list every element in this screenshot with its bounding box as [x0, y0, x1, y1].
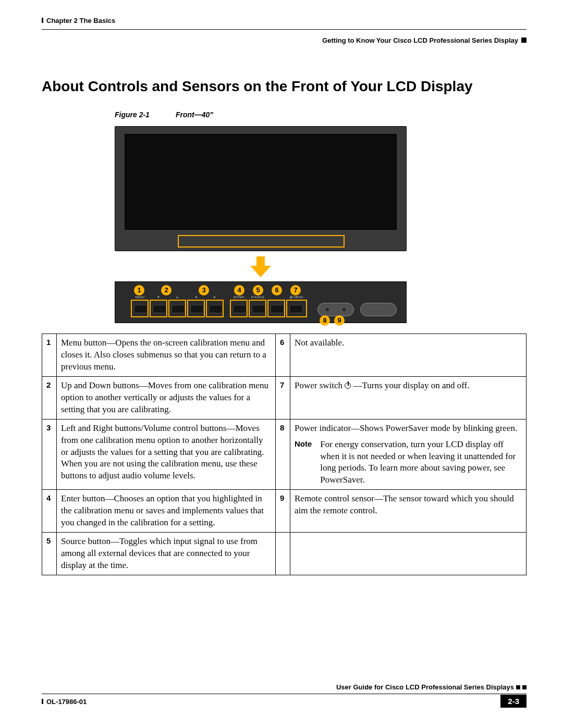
btn-label-source: SOURCE — [249, 295, 266, 299]
row-right-number: 6 — [276, 334, 290, 377]
callout-6: 6 — [272, 285, 282, 295]
callout-8: 8 — [320, 315, 330, 326]
indicator-oval — [317, 303, 354, 316]
header-subtitle-text: Getting to Know Your Cisco LCD Professio… — [322, 36, 518, 44]
table-row: 1Menu button—Opens the on-screen calibra… — [42, 334, 527, 377]
sensor-oval — [360, 303, 397, 316]
controls-reference-table: 1Menu button—Opens the on-screen calibra… — [42, 334, 527, 575]
footer-doc-text: OL-17986-01 — [46, 698, 87, 706]
row-left-number: 2 — [42, 376, 57, 419]
page-header: Chapter 2 The Basics Getting to Know You… — [42, 16, 527, 36]
control-panel-zoom: 1 2 3 4 5 6 7 MENU ▼ ▲ ◄ ► ENTER SOURCE … — [115, 281, 407, 323]
right-button-slot — [206, 300, 224, 317]
callout-2: 2 — [161, 285, 172, 295]
figure-label: Figure 2-1 — [115, 110, 150, 119]
row-left-desc: Source button—Toggles which input signal… — [57, 533, 276, 575]
row-right-desc — [290, 533, 527, 575]
callout-3: 3 — [199, 285, 209, 295]
monitor-illustration — [115, 126, 407, 251]
row-left-desc: Enter button—Chooses an option that you … — [57, 490, 276, 533]
btn-label-right: ► — [206, 295, 224, 299]
btn-label-left: ◄ — [187, 295, 205, 299]
btn-label-down: ▼ — [150, 295, 167, 299]
arrow-down-icon — [250, 256, 271, 277]
callout-1: 1 — [134, 285, 144, 295]
footer-page-number: 2-3 — [500, 695, 527, 708]
row-right-number: 8 — [276, 419, 290, 490]
up-button-slot — [168, 300, 186, 317]
power-icon — [345, 382, 351, 389]
figure-front-40: 1 2 3 4 5 6 7 MENU ▼ ▲ ◄ ► ENTER SOURCE … — [115, 126, 407, 323]
row-right-desc: Power indicator—Shows PowerSaver mode by… — [290, 419, 527, 490]
row-right-desc: Power switch —Turns your display on and … — [290, 376, 527, 419]
na-button-slot — [267, 300, 285, 317]
note-block: NoteFor energy conservation, turn your L… — [295, 439, 522, 487]
footer-guide: User Guide for Cisco LCD Professional Se… — [336, 683, 527, 691]
table-row: 4Enter button—Chooses an option that you… — [42, 490, 527, 533]
menu-button-slot — [131, 300, 149, 317]
row-left-number: 3 — [42, 419, 57, 490]
header-chapter-text: Chapter 2 The Basics — [46, 17, 115, 24]
btn-label-enter: ENTER — [230, 295, 248, 299]
btn-label-menu: MENU — [131, 295, 149, 299]
header-chapter: Chapter 2 The Basics — [42, 17, 115, 24]
header-subtitle: Getting to Know Your Cisco LCD Professio… — [322, 36, 527, 44]
table-row: 2Up and Down buttons—Moves from one cali… — [42, 376, 527, 419]
page-footer: User Guide for Cisco LCD Professional Se… — [42, 683, 527, 709]
panel-highlight — [178, 235, 345, 248]
left-button-slot — [187, 300, 205, 317]
note-text: For energy conservation, turn your LCD d… — [320, 439, 522, 487]
section-title: About Controls and Sensors on the Front … — [42, 78, 527, 95]
row-left-number: 5 — [42, 533, 57, 575]
row-left-number: 1 — [42, 334, 57, 377]
row-left-desc: Menu button—Opens the on-screen calibrat… — [57, 334, 276, 377]
down-button-slot — [150, 300, 167, 317]
row-right-desc: Remote control sensor—The sensor toward … — [290, 490, 527, 533]
callout-5: 5 — [253, 285, 263, 295]
btn-label-power: ⏻ MENU — [285, 295, 308, 299]
monitor-screen — [125, 134, 397, 230]
source-button-slot — [249, 300, 266, 317]
figure-caption: Figure 2-1Front—40" — [115, 110, 527, 119]
row-left-number: 4 — [42, 490, 57, 533]
figure-title: Front—40" — [176, 110, 213, 119]
footer-guide-text: User Guide for Cisco LCD Professional Se… — [336, 683, 514, 691]
enter-button-slot — [230, 300, 248, 317]
btn-label-up: ▲ — [168, 295, 186, 299]
row-right-number — [276, 533, 290, 575]
row-left-desc: Left and Right buttons/Volume control bu… — [57, 419, 276, 490]
callout-7: 7 — [290, 285, 301, 295]
row-right-desc: Not available. — [290, 334, 527, 377]
note-label: Note — [295, 439, 312, 487]
footer-doc-number: OL-17986-01 — [42, 698, 87, 706]
row-left-desc: Up and Down buttons—Moves from one calib… — [57, 376, 276, 419]
power-button-slot — [286, 300, 307, 317]
callout-4: 4 — [234, 285, 244, 295]
table-row: 5Source button—Toggles which input signa… — [42, 533, 527, 575]
table-row: 3Left and Right buttons/Volume control b… — [42, 419, 527, 490]
row-right-number: 7 — [276, 376, 290, 419]
callout-9: 9 — [334, 315, 345, 326]
row-right-number: 9 — [276, 490, 290, 533]
